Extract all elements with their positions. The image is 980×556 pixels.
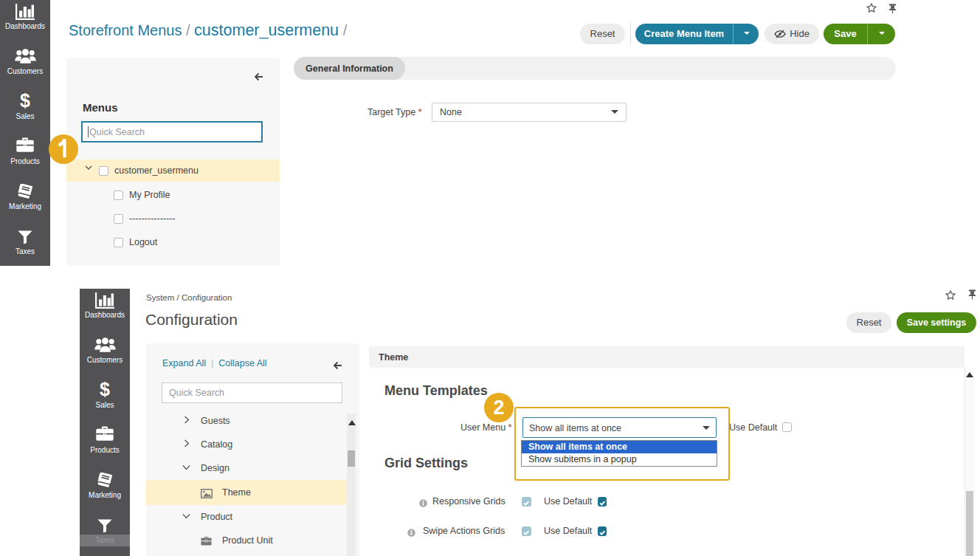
svg-text:$: $	[100, 382, 110, 397]
svg-text:$: $	[20, 93, 30, 109]
